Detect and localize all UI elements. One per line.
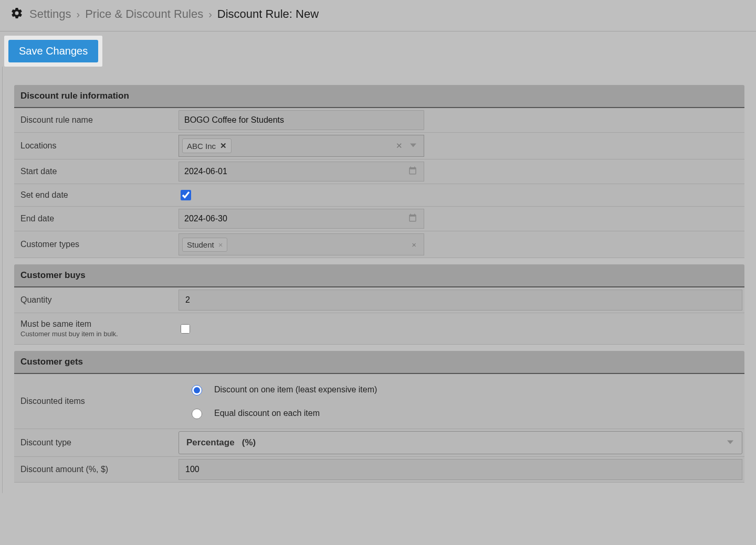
multiselect-customer-types[interactable]: Student × × xyxy=(178,233,424,255)
gear-icon xyxy=(10,7,23,22)
start-date-value: 2024-06-01 xyxy=(184,167,227,176)
row-same-item: Must be same item Customer must buy item… xyxy=(14,313,744,345)
discount-type-value: Percentage (%) xyxy=(186,437,256,448)
quantity-value: 2 xyxy=(185,295,190,305)
discount-amount-value: 100 xyxy=(185,465,200,474)
input-quantity[interactable]: 2 xyxy=(178,290,742,311)
chevron-right-icon: › xyxy=(77,8,80,20)
location-tag-label: ABC Inc xyxy=(187,142,216,151)
save-button-wrap: Save Changes xyxy=(4,36,102,67)
clear-icon[interactable]: × xyxy=(412,240,416,249)
row-start-date: Start date 2024-06-01 xyxy=(14,159,744,184)
section-header-gets: Customer gets xyxy=(14,351,744,374)
customer-type-tag: Student × xyxy=(182,238,227,252)
section-discount-rule-info: Discount rule information Discount rule … xyxy=(14,85,744,258)
breadcrumb-settings[interactable]: Settings xyxy=(29,7,71,21)
calendar-icon[interactable] xyxy=(408,213,417,225)
row-locations: Locations ABC Inc ✕ ✕ xyxy=(14,133,744,159)
row-discount-type: Discount type Percentage (%) xyxy=(14,429,744,457)
radio-equal-discount[interactable]: Equal discount on each item xyxy=(189,407,377,419)
section-header-buys: Customer buys xyxy=(14,264,744,287)
label-start-date: Start date xyxy=(14,159,178,184)
location-tag: ABC Inc ✕ xyxy=(182,138,232,153)
label-same-item-main: Must be same item xyxy=(20,319,172,329)
label-set-end-date: Set end date xyxy=(14,184,178,206)
breadcrumb-price-rules[interactable]: Price & Discount Rules xyxy=(85,7,203,21)
section-customer-buys: Customer buys Quantity 2 Must be same it… xyxy=(14,264,744,345)
input-start-date[interactable]: 2024-06-01 xyxy=(178,162,424,181)
save-changes-button[interactable]: Save Changes xyxy=(8,40,98,62)
label-discount-amount: Discount amount (%, $) xyxy=(14,457,178,482)
row-rule-name: Discount rule name xyxy=(14,108,744,133)
end-date-value: 2024-06-30 xyxy=(184,214,227,223)
radio-label-one-item: Discount on one item (least expensive it… xyxy=(214,385,377,394)
section-header-info: Discount rule information xyxy=(14,85,744,108)
chevron-right-icon: › xyxy=(208,8,212,20)
label-quantity: Quantity xyxy=(14,287,178,313)
row-end-date: End date 2024-06-30 xyxy=(14,207,744,231)
remove-tag-icon[interactable]: ✕ xyxy=(220,141,227,151)
label-same-item: Must be same item Customer must buy item… xyxy=(14,313,178,344)
section-customer-gets: Customer gets Discounted items Discount … xyxy=(14,351,744,483)
input-end-date[interactable]: 2024-06-30 xyxy=(178,209,424,229)
chevron-down-icon[interactable] xyxy=(727,437,733,448)
input-rule-name[interactable] xyxy=(178,110,424,130)
clear-icon[interactable]: ✕ xyxy=(396,141,403,151)
label-same-item-sub: Customer must buy item in bulk. xyxy=(20,330,172,338)
breadcrumb: Settings › Price & Discount Rules › Disc… xyxy=(29,7,319,21)
label-discounted-items: Discounted items xyxy=(14,374,178,429)
row-quantity: Quantity 2 xyxy=(14,287,744,313)
checkbox-set-end-date[interactable] xyxy=(181,190,191,200)
label-end-date: End date xyxy=(14,207,178,231)
calendar-icon[interactable] xyxy=(408,166,417,177)
row-discount-amount: Discount amount (%, $) 100 xyxy=(14,457,744,483)
radio-input-equal[interactable] xyxy=(192,409,202,419)
label-locations: Locations xyxy=(14,133,178,159)
remove-tag-icon[interactable]: × xyxy=(218,240,223,249)
row-set-end-date: Set end date xyxy=(14,184,744,207)
chevron-down-icon[interactable] xyxy=(410,141,416,151)
input-discount-amount[interactable]: 100 xyxy=(178,459,742,480)
label-rule-name: Discount rule name xyxy=(14,108,178,132)
radio-input-one-item[interactable] xyxy=(192,385,202,396)
row-discounted-items: Discounted items Discount on one item (l… xyxy=(14,374,744,429)
radio-label-equal: Equal discount on each item xyxy=(214,409,320,418)
row-customer-types: Customer types Student × × xyxy=(14,231,744,258)
radio-one-item[interactable]: Discount on one item (least expensive it… xyxy=(189,383,377,396)
customer-type-tag-label: Student xyxy=(187,240,214,249)
select-discount-type[interactable]: Percentage (%) xyxy=(178,431,742,454)
breadcrumb-bar: Settings › Price & Discount Rules › Disc… xyxy=(0,0,756,31)
checkbox-same-item[interactable] xyxy=(181,324,190,334)
breadcrumb-current: Discount Rule: New xyxy=(217,7,319,21)
label-discount-type: Discount type xyxy=(14,429,178,456)
label-customer-types: Customer types xyxy=(14,231,178,258)
multiselect-locations[interactable]: ABC Inc ✕ ✕ xyxy=(178,135,424,157)
